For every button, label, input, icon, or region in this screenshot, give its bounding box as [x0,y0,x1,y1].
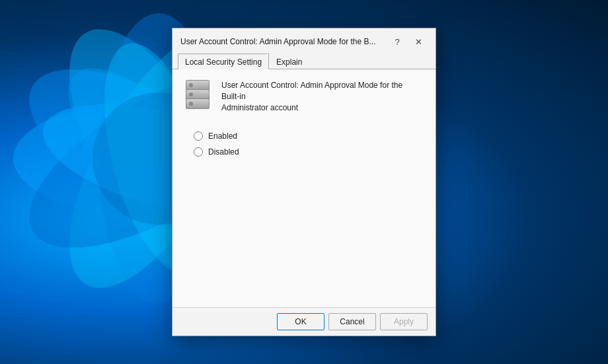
dialog-title: User Account Control: Admin Approval Mod… [180,37,388,46]
policy-description-line1: User Account Control: Admin Approval Mod… [221,81,402,101]
radio-enabled[interactable] [194,131,203,141]
icon-server-3 [186,98,209,109]
radio-enabled-text: Enabled [208,131,237,141]
radio-disabled-label[interactable]: Disabled [194,147,414,157]
title-bar-buttons: ? ✕ [388,34,428,50]
tab-bar: Local Security Setting Explain [172,54,436,69]
security-icon-shape [186,80,211,108]
radio-disabled[interactable] [194,147,203,157]
cancel-button[interactable]: Cancel [328,313,376,330]
radio-group: Enabled Disabled [186,126,422,162]
button-row: OK Cancel Apply [172,307,436,336]
dialog-content: User Account Control: Admin Approval Mod… [172,69,436,307]
dialog-overlay: User Account Control: Admin Approval Mod… [0,0,608,364]
radio-disabled-text: Disabled [208,147,239,157]
policy-header: User Account Control: Admin Approval Mod… [186,80,422,113]
tab-local-security[interactable]: Local Security Setting [178,54,269,69]
radio-enabled-label[interactable]: Enabled [194,131,414,141]
policy-description: User Account Control: Admin Approval Mod… [221,80,422,113]
help-button[interactable]: ? [388,34,406,50]
close-button[interactable]: ✕ [409,34,428,50]
tab-explain[interactable]: Explain [269,54,309,69]
policy-icon [186,80,213,108]
title-bar: User Account Control: Admin Approval Mod… [172,28,436,54]
policy-description-line2: Administrator account [221,103,298,112]
apply-button[interactable]: Apply [380,313,428,330]
dialog: User Account Control: Admin Approval Mod… [172,28,436,336]
ok-button[interactable]: OK [277,313,324,330]
